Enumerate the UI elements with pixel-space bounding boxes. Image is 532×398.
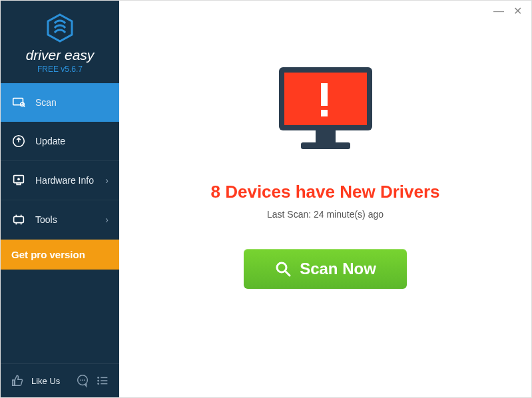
- svg-point-17: [97, 377, 99, 379]
- pro-button-label: Get pro version: [11, 249, 85, 260]
- svg-rect-1: [13, 99, 23, 105]
- svg-rect-25: [321, 83, 328, 106]
- svg-rect-6: [17, 183, 21, 185]
- close-button[interactable]: ✕: [513, 6, 522, 17]
- get-pro-button[interactable]: Get pro version: [1, 240, 119, 270]
- chevron-right-icon: ›: [105, 175, 109, 186]
- thumbs-up-icon[interactable]: [10, 373, 25, 388]
- svg-marker-0: [48, 15, 72, 41]
- main-panel: 8 Devices have New Drivers Last Scan: 24…: [119, 1, 531, 397]
- window-controls: — ✕: [484, 1, 531, 22]
- sidebar-item-label: Tools: [35, 214, 57, 225]
- sidebar: driver easy FREE v5.6.7 Scan Update Hard…: [1, 1, 119, 397]
- search-icon: [274, 260, 292, 278]
- svg-point-19: [97, 380, 99, 382]
- brand-name: driver easy: [7, 47, 113, 63]
- chevron-right-icon: ›: [105, 214, 109, 225]
- update-icon: [11, 134, 26, 148]
- scan-icon: [11, 95, 26, 110]
- app-logo-icon: [45, 13, 75, 43]
- svg-point-7: [17, 178, 20, 180]
- menu-icon[interactable]: [95, 373, 110, 388]
- svg-rect-8: [14, 216, 24, 222]
- svg-rect-28: [301, 142, 350, 149]
- sidebar-item-hardware-info[interactable]: Hardware Info ›: [1, 161, 119, 200]
- feedback-icon[interactable]: [75, 373, 90, 388]
- sidebar-item-tools[interactable]: Tools ›: [1, 200, 119, 240]
- sidebar-item-label: Update: [35, 136, 65, 146]
- status-headline: 8 Devices have New Drivers: [119, 182, 531, 202]
- bottom-bar: Like Us: [1, 363, 119, 397]
- svg-rect-27: [316, 130, 336, 142]
- alert-monitor-icon: [269, 61, 382, 163]
- nav: Scan Update Hardware Info › Tools › Get …: [1, 83, 119, 363]
- last-scan-text: Last Scan: 24 minute(s) ago: [119, 209, 531, 220]
- svg-point-15: [82, 379, 83, 381]
- scan-now-button[interactable]: Scan Now: [244, 249, 407, 289]
- app-version: FREE v5.6.7: [7, 65, 113, 74]
- hardware-icon: [11, 173, 26, 188]
- tools-icon: [11, 212, 26, 227]
- sidebar-item-label: Hardware Info: [35, 175, 94, 186]
- svg-rect-26: [321, 110, 328, 116]
- scan-button-label: Scan Now: [300, 260, 376, 278]
- sidebar-item-scan[interactable]: Scan: [1, 83, 119, 122]
- svg-point-21: [97, 383, 99, 385]
- svg-point-16: [84, 379, 85, 381]
- logo-block: driver easy FREE v5.6.7: [1, 1, 119, 83]
- svg-line-30: [285, 271, 290, 276]
- like-us-label[interactable]: Like Us: [31, 376, 70, 386]
- minimize-button[interactable]: —: [493, 6, 504, 17]
- sidebar-item-update[interactable]: Update: [1, 122, 119, 161]
- svg-point-14: [80, 379, 81, 381]
- sidebar-item-label: Scan: [35, 97, 57, 108]
